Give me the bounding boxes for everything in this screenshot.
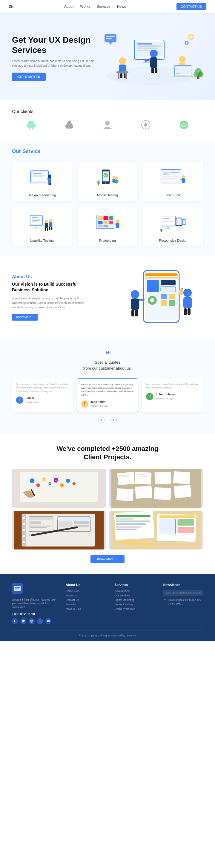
author-role-3: Product Manager (156, 397, 176, 400)
svg-rect-133 (161, 280, 176, 285)
testimonial-author-1: T Lorem Lorem ipsum (16, 396, 69, 404)
user-flow-icon (160, 166, 187, 190)
nav-about[interactable]: About (64, 4, 73, 9)
svg-rect-78 (170, 174, 177, 175)
svg-rect-131 (145, 277, 178, 278)
navbar: EN About Works Services News CONTACT US (0, 0, 215, 13)
footer-link-news[interactable]: News & Blog (66, 608, 105, 611)
footer-about-title: About Us (66, 583, 105, 587)
footer-link-portfolio[interactable]: Portfolio (66, 603, 105, 606)
svg-rect-62 (50, 183, 51, 185)
svg-rect-100 (51, 227, 53, 230)
svg-rect-104 (109, 216, 113, 220)
svg-rect-176 (154, 487, 171, 500)
footer-brand: Where thinking of human features take yo… (12, 583, 57, 624)
about-desc: Lorem ipsum is simply dummy text of the … (12, 296, 90, 310)
footer-link-contact[interactable]: Contact Us (66, 598, 105, 601)
svg-rect-107 (109, 221, 113, 224)
hero-content: Get Your UX Design Services Lorem ipsum … (12, 35, 96, 81)
footer-twitter-icon[interactable] (20, 618, 26, 624)
client-logo-android (25, 119, 37, 131)
author-name-1: Lorem (26, 396, 39, 400)
about-heading: Our Vision is to Build Successful Busine… (12, 281, 90, 293)
svg-point-59 (48, 175, 51, 178)
contact-us-button[interactable]: CONTACT US (177, 3, 206, 10)
footer-link-content[interactable]: Content Writing (114, 603, 154, 606)
svg-point-125 (183, 224, 184, 225)
svg-rect-116 (165, 228, 172, 228)
svg-rect-25 (150, 57, 157, 68)
footer-link-home[interactable]: Home & Us (66, 590, 105, 592)
svg-rect-81 (163, 179, 174, 180)
svg-rect-175 (135, 486, 152, 499)
service-card-responsive-design: Responsive Design (143, 207, 203, 247)
svg-rect-119 (163, 221, 173, 221)
about-content: About Us Our Vision is to Build Successf… (12, 274, 90, 321)
svg-rect-109 (103, 225, 109, 227)
svg-rect-35 (175, 75, 187, 76)
svg-rect-98 (49, 222, 53, 227)
svg-rect-26 (151, 68, 154, 73)
footer-instagram-icon[interactable] (29, 618, 35, 624)
footer-link-online[interactable]: Online Promotion (114, 608, 154, 611)
svg-rect-115 (167, 226, 169, 228)
stats-section: We've completed +2500 amazingClient Proj… (0, 434, 215, 574)
svg-rect-173 (173, 471, 190, 484)
svg-point-136 (150, 298, 154, 302)
svg-point-225 (39, 620, 39, 621)
know-more-projects-button[interactable]: Know More → (90, 555, 125, 563)
svg-rect-196 (58, 517, 90, 520)
service-label-usability-testing: Usability Testing (30, 239, 54, 242)
svg-rect-219 (14, 588, 19, 589)
svg-rect-94 (45, 223, 48, 228)
svg-point-82 (182, 175, 185, 178)
svg-point-185 (22, 517, 25, 520)
know-more-button[interactable]: Know More... (12, 314, 38, 320)
svg-rect-151 (179, 289, 183, 295)
author-avatar-3: R (146, 393, 153, 400)
nav-news[interactable]: News (117, 4, 126, 9)
get-started-button[interactable]: GET STARTED (12, 72, 46, 81)
svg-rect-45 (32, 128, 33, 130)
footer-facebook-icon[interactable] (12, 618, 18, 624)
footer-link-about[interactable]: About Us (66, 594, 105, 597)
service-label-prototyping: Prototyping (99, 239, 116, 242)
footer-link-our-services[interactable]: Our Services (114, 594, 154, 597)
svg-point-187 (22, 529, 25, 532)
footer-link-digital[interactable]: Digital Marketing (114, 598, 154, 601)
newsletter-input[interactable] (163, 590, 203, 596)
clients-title: Our clients (12, 109, 203, 114)
client-logo-apple (64, 119, 75, 131)
testimonial-nav: ‹ › (12, 416, 203, 423)
testimonial-card-2: Lorem ipsum is simply dummy text of the … (77, 378, 139, 412)
svg-rect-177 (174, 485, 191, 498)
svg-rect-42 (27, 124, 28, 127)
svg-rect-77 (170, 172, 179, 173)
footer-link-dev[interactable]: Development (114, 590, 154, 592)
svg-point-146 (183, 289, 192, 297)
nav-services[interactable]: Services (97, 4, 111, 9)
svg-point-223 (32, 620, 33, 621)
svg-point-73 (97, 180, 100, 184)
footer-newsletter-title: Newsletter (163, 583, 203, 587)
testimonial-next-button[interactable]: › (111, 416, 117, 423)
footer-phone: +888 012 30 10 (12, 612, 57, 616)
service-card-usability-testing: Usability Testing (12, 207, 72, 247)
testimonial-author-3: R Robert Johnson Product Manager (146, 393, 199, 400)
author-avatar-2: T (81, 400, 88, 408)
svg-rect-147 (183, 297, 192, 308)
service-card-user-flow: User Flow (143, 162, 203, 201)
footer-linkedin-icon[interactable] (37, 618, 43, 624)
svg-rect-137 (161, 294, 167, 299)
svg-rect-80 (163, 178, 177, 179)
svg-rect-96 (47, 228, 48, 231)
svg-point-6 (190, 36, 193, 38)
svg-rect-139 (161, 300, 167, 306)
service-grid: Design researching (12, 162, 203, 247)
nav-works[interactable]: Works (80, 4, 90, 9)
footer-youtube-icon[interactable] (45, 618, 51, 624)
testimonial-text-2: Lorem ipsum is simply dummy text of the … (81, 383, 134, 397)
svg-rect-121 (177, 218, 182, 225)
footer-top: Where thinking of human features take yo… (12, 583, 203, 624)
testimonial-prev-button[interactable]: ‹ (98, 416, 104, 423)
